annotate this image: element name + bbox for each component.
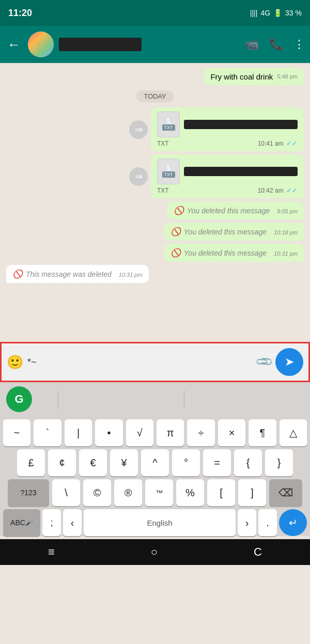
key-triangle[interactable]: △ [280,419,307,446]
grammarly-button[interactable]: G [6,386,32,412]
key-abc[interactable]: ABC🎤 [3,509,40,536]
file-type-label-2: TXT [157,187,169,194]
key-percent[interactable]: % [176,479,204,506]
key-lbrace[interactable]: { [234,449,262,476]
deleted-received-time: 10:31 pm [119,272,143,278]
key-backtick[interactable]: ` [34,419,61,446]
send-button[interactable]: ➤ [275,348,303,376]
grammarly-toolbar-row: G [0,382,310,417]
chat-area: Fry with coal drink 5:48 pm TODAY ⇒ 📄 TX… [0,63,310,342]
key-equals[interactable]: = [203,449,231,476]
send-icon: ➤ [285,355,294,369]
key-rbrace[interactable]: } [265,449,293,476]
key-cent[interactable]: ¢ [48,449,76,476]
key-tilde[interactable]: ~ [3,419,30,446]
key-enter[interactable]: ↵ [279,509,307,536]
deleted-msg-2: 🚫 You deleted this message 10:18 pm [164,223,304,241]
video-call-button[interactable]: 📹 [245,38,259,51]
emoji-button[interactable]: 🙂 [7,354,23,370]
file-message-2-bubble: 📄 TXT TXT 10:42 am ✓✓ [151,154,304,198]
network-type: 4G [260,9,270,17]
key-period[interactable]: . [258,509,277,536]
key-pi[interactable]: π [157,419,184,446]
file-name-1 [184,120,298,129]
file-type-label-1: TXT [157,140,169,147]
key-delete[interactable]: ⌫ [269,479,302,506]
grammarly-label: G [14,392,23,406]
key-trademark[interactable]: ™ [145,479,173,506]
key-row-1: ~ ` | • √ π ÷ × ¶ △ [0,419,310,446]
deleted-msg-1-row: 🚫 You deleted this message 9:05 pm [6,201,304,219]
key-space[interactable]: English [84,509,236,536]
chat-header: ← 📹 📞 ⋮ [0,26,310,63]
header-icons: 📹 📞 ⋮ [245,38,305,51]
key-sqrt[interactable]: √ [126,419,153,446]
voice-call-button[interactable]: 📞 [269,38,283,51]
date-pill: TODAY [136,90,174,102]
key-registered[interactable]: ® [114,479,142,506]
file-bubble-2: 📄 TXT [157,159,298,184]
contact-name[interactable] [59,38,142,51]
deleted-msg-2-row: 🚫 You deleted this message 10:18 pm [6,223,304,241]
file-info-2: TXT 10:42 am ✓✓ [157,186,298,194]
key-pilcrow[interactable]: ¶ [249,419,276,446]
file-message-1-row: ⇒ 📄 TXT TXT 10:41 am ✓✓ [6,107,304,151]
keyboard: ~ ` | • √ π ÷ × ¶ △ £ ¢ € ¥ ^ ° = { } ?1… [0,417,310,536]
key-numeric[interactable]: ?123 [8,479,49,506]
key-bullet[interactable]: • [95,419,122,446]
previous-message-text: Fry with coal drink [210,72,273,81]
key-pipe[interactable]: | [65,419,92,446]
bottom-nav: ≡ ○ C [0,539,310,565]
status-time: 11:20 [8,8,32,19]
key-greater-than[interactable]: › [238,509,256,536]
message-input[interactable] [27,355,253,370]
key-caret[interactable]: ^ [141,449,169,476]
nav-home-button[interactable]: ≡ [48,545,55,559]
key-times[interactable]: × [218,419,245,446]
previous-message-bubble: Fry with coal drink 5:48 pm [204,68,304,85]
key-pound[interactable]: £ [17,449,45,476]
toolbar-divider-1 [58,390,58,409]
file-time-1: 10:41 am ✓✓ [258,139,298,147]
deleted-time-3: 10:31 pm [274,250,298,257]
file-time-2: 10:42 am ✓✓ [258,186,298,194]
file-message-1-bubble: 📄 TXT TXT 10:41 am ✓✓ [151,107,304,151]
key-rbracket[interactable]: ] [238,479,266,506]
key-euro[interactable]: € [79,449,107,476]
key-divide[interactable]: ÷ [187,419,214,446]
date-separator: TODAY [6,90,304,102]
file-bubble-1: 📄 TXT [157,112,298,137]
deleted-text-3: 🚫 You deleted this message 10:31 pm [171,248,298,258]
file-info-1: TXT 10:41 am ✓✓ [157,139,298,147]
deleted-msg-3-row: 🚫 You deleted this message 10:31 pm [6,244,304,262]
key-degree[interactable]: ° [172,449,200,476]
tick-1: ✓✓ [286,139,298,147]
back-button[interactable]: ← [5,35,23,55]
key-row-2: £ ¢ € ¥ ^ ° = { } [0,449,310,476]
battery-level: 33 % [285,9,302,17]
status-icons: |||| 4G 🔋 33 % [250,9,302,17]
file-message-2-row: ⇒ 📄 TXT TXT 10:42 am ✓✓ [6,154,304,198]
menu-button[interactable]: ⋮ [293,38,305,51]
txt-file-icon-1: 📄 TXT [157,112,180,137]
key-lbracket[interactable]: [ [207,479,235,506]
signal-icon: |||| [250,9,258,17]
key-backslash[interactable]: \ [52,479,80,506]
attach-button[interactable]: 📎 [255,352,274,371]
key-less-than[interactable]: ‹ [63,509,82,536]
forward-icon-1[interactable]: ⇒ [129,120,148,139]
deleted-msg-1: 🚫 You deleted this message 9:05 pm [167,201,304,219]
tick-2: ✓✓ [286,186,298,194]
key-semicolon[interactable]: ; [42,509,61,536]
nav-circle-button[interactable]: ○ [151,545,158,559]
battery-icon: 🔋 [273,9,282,17]
forward-icon-2[interactable]: ⇒ [129,167,148,186]
key-copyright[interactable]: © [83,479,111,506]
nav-back-button[interactable]: C [254,545,262,559]
avatar[interactable] [28,32,54,57]
previous-message-row: Fry with coal drink 5:48 pm [6,68,304,85]
key-row-3: ?123 \ © ® ™ % [ ] ⌫ [0,479,310,506]
key-yen[interactable]: ¥ [110,449,138,476]
deleted-text-1: 🚫 You deleted this message 9:05 pm [174,206,298,215]
deleted-received-text: 🚫 This message was deleted 10:31 pm [12,269,143,279]
